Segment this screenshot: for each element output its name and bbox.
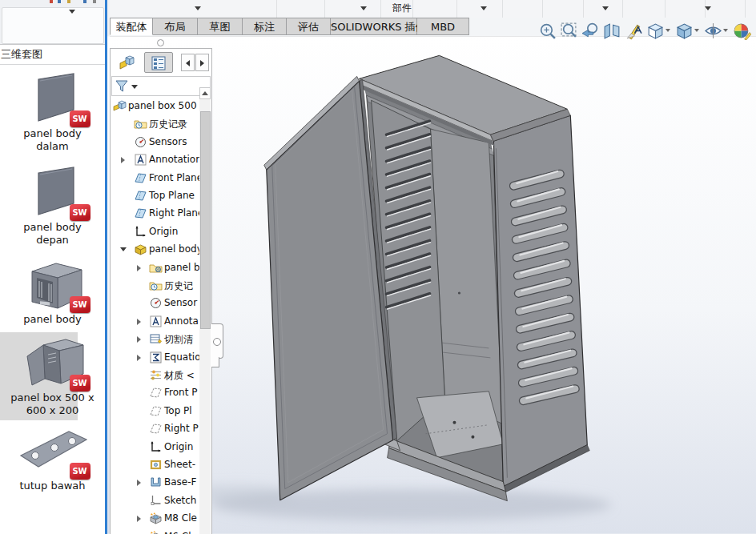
previous-view-button[interactable] <box>581 22 600 40</box>
tree-row-equatio[interactable]: Equatio <box>111 349 201 367</box>
tab-cmd-4[interactable]: 评估 <box>287 18 331 35</box>
dropdown-caret-icon[interactable] <box>723 29 728 32</box>
dropdown-caret-icon[interactable] <box>602 6 609 10</box>
solidworks-file-badge: SW <box>70 375 90 391</box>
tree-row-m6-cle[interactable]: M6 Cle <box>111 528 201 534</box>
expand-arrow-icon[interactable] <box>121 157 125 163</box>
ribbon-separator <box>324 0 325 18</box>
tree-row--[interactable]: 历史记 <box>111 277 201 295</box>
expand-arrow-icon[interactable] <box>137 265 141 271</box>
part-thumbnail[interactable]: SW <box>9 165 97 219</box>
part-thumbnail[interactable]: SW <box>9 71 97 126</box>
tree-row-top-plane[interactable]: Top Plane <box>111 187 201 205</box>
tab-featuremanager[interactable] <box>113 52 142 73</box>
edit-appearance-button[interactable] <box>733 22 751 40</box>
ribbon-separator <box>745 0 746 18</box>
dropdown-caret-icon[interactable] <box>666 29 670 32</box>
tree-row-front-p[interactable]: Front P <box>111 384 201 402</box>
filter-caret-icon[interactable] <box>131 85 138 89</box>
tree-row-sketch[interactable]: Sketch <box>111 492 201 510</box>
tab-cmd-6[interactable]: MBD <box>417 18 469 35</box>
expand-arrow-icon[interactable] <box>137 336 141 343</box>
tree-item-label: panel body <box>149 243 201 255</box>
tree-filter[interactable] <box>111 76 211 96</box>
view-orientation-button[interactable] <box>646 22 672 40</box>
library-item-tutup-bawah[interactable]: SWtutup bawah <box>0 424 105 492</box>
tab-assembly[interactable]: 装配体 <box>110 18 153 35</box>
tree-row--[interactable]: 历史记录 <box>111 115 201 133</box>
hole-icon <box>149 530 163 534</box>
expand-arrow-icon[interactable] <box>137 516 141 522</box>
section-view-button[interactable] <box>603 22 621 40</box>
hide-show-items-button[interactable] <box>704 22 730 40</box>
tree-row-right-p[interactable]: Right P <box>111 420 201 438</box>
dropdown-caret-icon[interactable] <box>705 6 711 10</box>
property-list-icon <box>150 54 167 72</box>
part-thumbnail[interactable]: SW <box>9 257 97 311</box>
tree-row-top-pl[interactable]: Top Pl <box>111 403 201 420</box>
tree-row-origin[interactable]: Origin <box>111 439 201 456</box>
expand-arrow-icon[interactable] <box>137 355 141 361</box>
collapse-arrow-icon[interactable] <box>120 247 127 251</box>
tab-cmd-1[interactable]: 布局 <box>153 18 198 35</box>
library-item-panel-body-depan[interactable]: SWpanel body depan <box>0 165 105 247</box>
tree-row-front-plane[interactable]: Front Plane <box>111 170 201 187</box>
expand-arrow-icon[interactable] <box>137 319 141 325</box>
tab-cmd-3[interactable]: 标注 <box>243 18 287 35</box>
tree-row-panel-b[interactable]: panel b <box>111 259 201 277</box>
tab-cmd-2[interactable]: 草图 <box>198 18 243 35</box>
tree-item-label: Right P <box>164 423 199 434</box>
tree-row-sensors[interactable]: Sensors <box>111 134 201 151</box>
panel-box-model[interactable] <box>264 55 589 500</box>
dropdown-caret-icon[interactable] <box>360 6 367 10</box>
hole-icon <box>149 512 163 525</box>
tree-row-sheet-[interactable]: Sheet- <box>111 456 201 474</box>
tree-item-label: Origin <box>149 226 178 237</box>
tree-scrollbar[interactable] <box>199 87 211 534</box>
flyout-pin-icon[interactable] <box>213 338 221 346</box>
ribbon-pin-icon[interactable] <box>157 39 164 46</box>
tree-row--[interactable]: 材质 < <box>111 367 201 384</box>
display-style-button[interactable] <box>675 22 701 40</box>
dropdown-caret-icon[interactable] <box>481 6 487 10</box>
quick-access-area <box>0 0 105 44</box>
dropdown-caret-icon[interactable] <box>694 29 699 32</box>
library-item-panel-body-dalam[interactable]: SWpanel body dalam <box>0 71 105 153</box>
tree-row-origin[interactable]: Origin <box>111 223 201 241</box>
tree-row-base-f[interactable]: Base-F <box>111 474 201 492</box>
zoom-fit-button[interactable] <box>538 22 557 40</box>
tree-row-annota[interactable]: Annota <box>111 313 201 331</box>
ribbon-separator <box>583 0 584 18</box>
part-thumbnail[interactable]: SW <box>9 335 97 390</box>
tree-row-panel-body[interactable]: panel body <box>111 241 201 259</box>
tree-row-m8-cle[interactable]: M8 Cle <box>111 510 201 528</box>
panel-divider[interactable] <box>105 0 107 534</box>
annotation-view-button[interactable] <box>625 22 643 40</box>
tab-cmd-5[interactable]: SOLIDWORKS 插件 <box>331 18 417 35</box>
scrollbar-up-button[interactable] <box>199 87 211 99</box>
tree-item-label: Right Plane <box>149 207 201 219</box>
tree-item-label: M6 Cle <box>164 531 197 534</box>
zoom-area-button[interactable] <box>560 22 578 40</box>
dropdown-caret-icon[interactable] <box>195 6 201 10</box>
tree-scroll-left-button[interactable] <box>181 54 195 71</box>
dropdown-caret-icon[interactable] <box>69 10 75 14</box>
tree-item-label: Equatio <box>164 351 201 363</box>
expand-arrow-icon[interactable] <box>137 480 141 486</box>
scrollbar-thumb[interactable] <box>200 111 211 329</box>
edit-appearance-icon <box>733 22 751 40</box>
library-item-panel-body[interactable]: SWpanel body <box>0 257 105 326</box>
solidworks-file-badge: SW <box>70 110 90 127</box>
tree-scroll-right-button[interactable] <box>195 54 209 71</box>
tab-propertymanager[interactable] <box>144 52 173 73</box>
material-icon <box>149 368 163 382</box>
library-item-panel-box-500-x-600-x-200[interactable]: SWpanel box 500 x 600 x 200 <box>0 335 105 417</box>
assembly-tree-icon <box>119 54 136 71</box>
tree-row-sensor[interactable]: Sensor <box>111 295 201 312</box>
tree-row-panel-box-500[interactable]: panel box 500 <box>111 98 201 115</box>
part-thumbnail[interactable]: SW <box>9 424 97 478</box>
tree-row-right-plane[interactable]: Right Plane <box>111 205 201 223</box>
tree-row--[interactable]: 切割清 <box>111 331 201 348</box>
tree-row-annotation[interactable]: Annotation <box>111 151 201 169</box>
tree-item-label: 历史记录 <box>149 118 187 131</box>
